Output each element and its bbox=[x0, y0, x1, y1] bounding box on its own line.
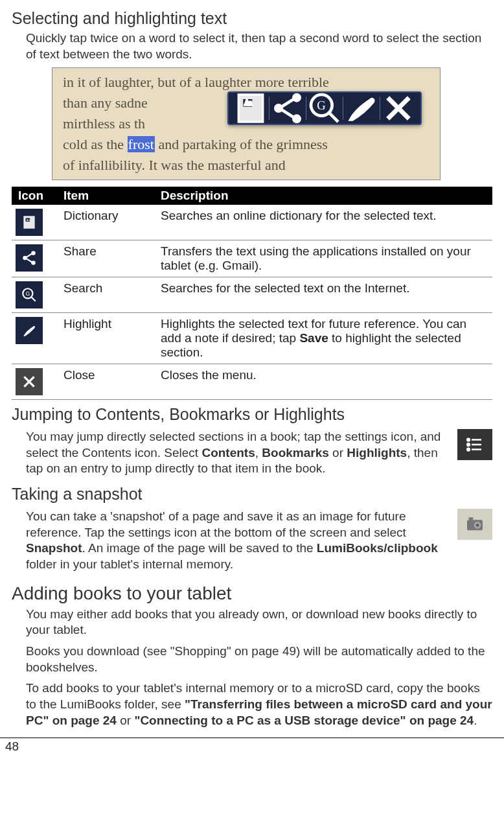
item-desc: Closes the menu. bbox=[157, 364, 492, 399]
highlight-icon bbox=[16, 317, 43, 344]
intro-paragraph: Quickly tap twice on a word to select it… bbox=[26, 30, 492, 62]
table-row: Share Transfers the text using the appli… bbox=[12, 240, 492, 277]
adding-p2: Books you download (see "Shopping" on pa… bbox=[26, 644, 492, 675]
svg-point-34 bbox=[475, 524, 479, 527]
item-desc: Transfers the text using the application… bbox=[157, 240, 492, 277]
svg-line-7 bbox=[282, 110, 294, 118]
col-header-item: Item bbox=[60, 187, 157, 205]
highlight-icon[interactable] bbox=[343, 97, 380, 120]
search-icon: G bbox=[16, 281, 43, 308]
camera-icon bbox=[457, 509, 492, 540]
svg-text:G: G bbox=[26, 290, 30, 297]
close-icon bbox=[16, 368, 43, 395]
heading-snapshot: Taking a snapshot bbox=[12, 485, 492, 504]
svg-rect-0 bbox=[238, 95, 262, 122]
share-icon[interactable] bbox=[269, 97, 306, 120]
adding-p3: To add books to your tablet's internal m… bbox=[26, 680, 492, 728]
heading-adding-books: Adding books to your tablet bbox=[12, 583, 492, 604]
item-name: Highlight bbox=[60, 312, 157, 364]
item-name: Share bbox=[60, 240, 157, 277]
item-name: Dictionary bbox=[60, 205, 157, 240]
svg-text:Aa: Aa bbox=[245, 100, 253, 107]
svg-line-22 bbox=[31, 297, 36, 301]
jumping-paragraph: You may jump directly selected sections … bbox=[26, 429, 492, 477]
heading-jumping: Jumping to Contents, Bookmarks or Highli… bbox=[12, 405, 492, 424]
reader-line: cold as the frost and partaking of the g… bbox=[63, 134, 430, 155]
selected-word: frost bbox=[128, 136, 155, 152]
svg-line-9 bbox=[329, 113, 338, 122]
svg-point-26 bbox=[467, 438, 470, 441]
item-desc: Highlights the selected text for future … bbox=[157, 312, 492, 364]
svg-text:G: G bbox=[317, 99, 325, 113]
svg-text:Aa: Aa bbox=[27, 218, 30, 222]
dictionary-icon: Aa bbox=[16, 209, 43, 236]
svg-line-19 bbox=[27, 253, 32, 257]
table-row: Highlight Highlights the selected text f… bbox=[12, 312, 492, 364]
search-icon[interactable]: G bbox=[306, 97, 343, 120]
heading-selecting: Selecting and highlighting text bbox=[12, 9, 492, 28]
svg-point-28 bbox=[467, 443, 470, 446]
svg-line-20 bbox=[27, 259, 32, 262]
share-icon bbox=[16, 244, 43, 272]
item-desc: Searches an online dictionary for the se… bbox=[157, 205, 492, 240]
svg-line-6 bbox=[282, 99, 294, 107]
selection-toolbar: Aa G bbox=[227, 91, 422, 125]
table-row: Close Closes the menu. bbox=[12, 364, 492, 399]
svg-rect-35 bbox=[469, 517, 474, 520]
page-number: 48 bbox=[5, 739, 19, 753]
contents-list-icon bbox=[457, 429, 492, 460]
col-header-icon: Icon bbox=[12, 187, 60, 205]
dictionary-icon[interactable]: Aa bbox=[233, 97, 269, 120]
icon-description-table: Icon Item Description Aa Dictionary Sear… bbox=[12, 187, 492, 400]
item-name: Close bbox=[60, 364, 157, 399]
table-row: G Search Searches for the selected text … bbox=[12, 277, 492, 312]
item-desc: Searches for the selected text on the In… bbox=[157, 277, 492, 312]
close-icon[interactable] bbox=[380, 97, 417, 120]
adding-p1: You may either add books that you alread… bbox=[26, 607, 492, 638]
table-row: Aa Dictionary Searches an online diction… bbox=[12, 205, 492, 240]
reader-line: of infallibility. It was the masterful a… bbox=[63, 155, 430, 176]
item-name: Search bbox=[60, 277, 157, 312]
snapshot-paragraph: You can take a 'snapshot' of a page and … bbox=[26, 509, 492, 573]
svg-point-30 bbox=[467, 448, 470, 450]
reader-sample: in it of laughter, but of a laughter mor… bbox=[52, 67, 441, 180]
col-header-desc: Description bbox=[157, 187, 492, 205]
